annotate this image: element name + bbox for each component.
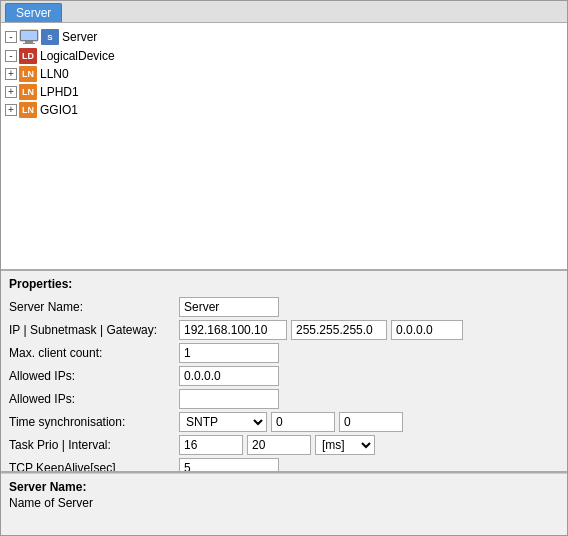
server-badge: S <box>41 29 59 45</box>
subnet-input[interactable] <box>291 320 387 340</box>
ln-icon-lphd1: LN <box>19 84 37 100</box>
tab-server[interactable]: Server <box>5 3 62 22</box>
server-name-row: Server Name: <box>9 297 559 317</box>
ln-icon-ggio1: LN <box>19 102 37 118</box>
ggio1-label: GGIO1 <box>40 103 78 117</box>
svg-rect-1 <box>21 31 37 40</box>
allowed-ips-row1: Allowed IPs: <box>9 366 559 386</box>
status-title: Server Name: <box>9 480 559 494</box>
expand-icon-lphd1[interactable]: + <box>5 86 17 98</box>
server-name-label: Server Name: <box>9 300 179 314</box>
properties-panel: Properties: Server Name: IP | Subnetmask… <box>1 271 567 473</box>
status-bar: Server Name: Name of Server <box>1 473 567 535</box>
task-interval-input[interactable] <box>247 435 311 455</box>
svg-rect-3 <box>23 43 35 44</box>
task-prio-label: Task Prio | Interval: <box>9 438 179 452</box>
expand-icon-lln0[interactable]: + <box>5 68 17 80</box>
tree-panel: - S Server - LD LogicalDevice + LN LLN0 … <box>1 23 567 271</box>
max-client-row: Max. client count: <box>9 343 559 363</box>
tcp-row: TCP KeepAlive[sec] <box>9 458 559 473</box>
expand-icon-ggio1[interactable]: + <box>5 104 17 116</box>
status-value: Name of Server <box>9 496 559 510</box>
expand-icon-ld[interactable]: - <box>5 50 17 62</box>
time-sync-val2-input[interactable] <box>339 412 403 432</box>
server-name-input[interactable] <box>179 297 279 317</box>
properties-title: Properties: <box>9 277 559 291</box>
tree-node-logical-device[interactable]: - LD LogicalDevice <box>1 47 567 65</box>
ip-label: IP | Subnetmask | Gateway: <box>9 323 179 337</box>
tab-bar: Server <box>1 1 567 23</box>
lln0-label: LLN0 <box>40 67 69 81</box>
ln-icon-lln0: LN <box>19 66 37 82</box>
ld-node-label: LogicalDevice <box>40 49 115 63</box>
ip-input[interactable] <box>179 320 287 340</box>
ip-row: IP | Subnetmask | Gateway: <box>9 320 559 340</box>
svg-rect-2 <box>25 41 33 43</box>
task-unit-select[interactable]: [ms] [s] <box>315 435 375 455</box>
tcp-input[interactable] <box>179 458 279 473</box>
lphd1-label: LPHD1 <box>40 85 79 99</box>
server-node-label: Server <box>62 30 97 44</box>
expand-icon-server[interactable]: - <box>5 31 17 43</box>
max-client-label: Max. client count: <box>9 346 179 360</box>
max-client-input[interactable] <box>179 343 279 363</box>
tree-node-lln0[interactable]: + LN LLN0 <box>1 65 567 83</box>
tree-node-ggio1[interactable]: + LN GGIO1 <box>1 101 567 119</box>
allowed-ips-label2: Allowed IPs: <box>9 392 179 406</box>
ld-icon: LD <box>19 48 37 64</box>
tree-node-server[interactable]: - S Server <box>1 27 567 47</box>
tree-node-lphd1[interactable]: + LN LPHD1 <box>1 83 567 101</box>
time-sync-select[interactable]: SNTP NTP None <box>179 412 267 432</box>
gateway-input[interactable] <box>391 320 463 340</box>
computer-icon <box>19 29 39 45</box>
main-container: Server - S Server - LD LogicalDevice + L… <box>0 0 568 536</box>
allowed-ips-input1[interactable] <box>179 366 279 386</box>
allowed-ips-input2[interactable] <box>179 389 279 409</box>
time-sync-val1-input[interactable] <box>271 412 335 432</box>
allowed-ips-label1: Allowed IPs: <box>9 369 179 383</box>
tcp-label: TCP KeepAlive[sec] <box>9 461 179 473</box>
time-sync-label: Time synchronisation: <box>9 415 179 429</box>
time-sync-row: Time synchronisation: SNTP NTP None <box>9 412 559 432</box>
allowed-ips-row2: Allowed IPs: <box>9 389 559 409</box>
task-prio-input[interactable] <box>179 435 243 455</box>
task-prio-row: Task Prio | Interval: [ms] [s] <box>9 435 559 455</box>
